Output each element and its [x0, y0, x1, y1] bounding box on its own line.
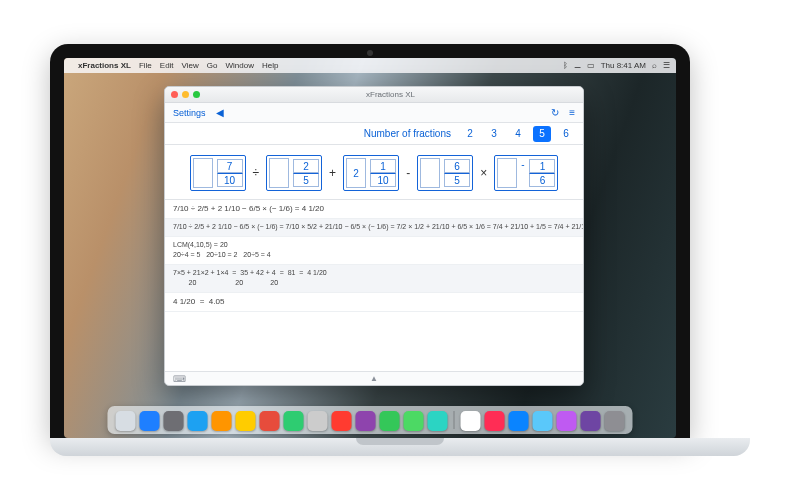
count-option-3[interactable]: 3 [485, 126, 503, 142]
negative-sign-5: - [521, 159, 524, 170]
operator-3[interactable]: - [403, 166, 413, 180]
menu-window[interactable]: Window [225, 61, 253, 70]
status-time: Thu 8:41 AM [601, 61, 646, 70]
numerator-3-input[interactable]: 1 [370, 159, 396, 173]
count-option-4[interactable]: 4 [509, 126, 527, 142]
denominator-3-input[interactable]: 10 [370, 173, 396, 187]
window-footer: ⌨ ▲ [165, 371, 583, 385]
result-line-1: 7/10 ÷ 2/5 + 2 1/10 − 6/5 × (− 1/6) = 7/… [165, 219, 583, 237]
status-search-icon[interactable]: ⌕ [652, 61, 657, 70]
count-option-2[interactable]: 2 [461, 126, 479, 142]
count-option-6[interactable]: 6 [557, 126, 575, 142]
fraction-count-bar: Number of fractions 2 3 4 5 6 [165, 123, 583, 145]
app-toolbar: Settings ◀ ↻ ≡ [165, 103, 583, 123]
fraction-count-label: Number of fractions [364, 128, 451, 139]
term-3[interactable]: 2 1 10 [343, 155, 399, 191]
numerator-4-input[interactable]: 6 [444, 159, 470, 173]
menu-go[interactable]: Go [207, 61, 218, 70]
result-line-4: 4 1/20 = 4.05 [165, 293, 583, 312]
dock-app-13[interactable] [428, 411, 448, 431]
desktop-screen: xFractions XL File Edit View Go Window H… [64, 58, 676, 438]
dock-app-5[interactable] [236, 411, 256, 431]
dock-app-3[interactable] [188, 411, 208, 431]
whole-1-input[interactable]: · [193, 158, 213, 188]
numerator-2-input[interactable]: 2 [293, 159, 319, 173]
minimize-icon[interactable] [182, 91, 189, 98]
dock-app-4[interactable] [212, 411, 232, 431]
status-bluetooth-icon: ᛒ [563, 61, 568, 70]
menu-view[interactable]: View [182, 61, 199, 70]
result-line-3: 7×5 + 21×2 + 1×4 = 35 + 42 + 4 = 81 = 4 … [165, 265, 583, 293]
expand-icon[interactable]: ▲ [370, 374, 378, 383]
whole-3-input[interactable]: 2 [346, 158, 366, 188]
status-battery-icon: ▭ [587, 61, 595, 70]
dock-app-1[interactable] [140, 411, 160, 431]
dock-app-6[interactable] [260, 411, 280, 431]
term-1[interactable]: · 7 10 [190, 155, 246, 191]
denominator-4-input[interactable]: 5 [444, 173, 470, 187]
dock-app-20[interactable] [605, 411, 625, 431]
close-icon[interactable] [171, 91, 178, 98]
loop-icon[interactable]: ↻ [551, 107, 559, 118]
menu-edit[interactable]: Edit [160, 61, 174, 70]
dock-app-11[interactable] [380, 411, 400, 431]
dock-app-14[interactable] [461, 411, 481, 431]
operator-2[interactable]: + [326, 166, 339, 180]
term-5[interactable]: · - 1 6 [494, 155, 558, 191]
term-4[interactable]: · 6 5 [417, 155, 473, 191]
numerator-5-input[interactable]: 1 [529, 159, 555, 173]
operator-1[interactable]: ÷ [250, 166, 263, 180]
count-option-5[interactable]: 5 [533, 126, 551, 142]
status-wifi-icon: ⚊ [574, 61, 581, 70]
dock-app-15[interactable] [485, 411, 505, 431]
expression-row: · 7 10 ÷ · 2 5 [165, 145, 583, 200]
window-title: xFractions XL [204, 90, 577, 99]
dock-app-0[interactable] [116, 411, 136, 431]
macos-dock [108, 406, 633, 434]
macos-menubar: xFractions XL File Edit View Go Window H… [64, 58, 676, 73]
menu-help[interactable]: Help [262, 61, 278, 70]
whole-5-input[interactable]: · [497, 158, 517, 188]
term-2[interactable]: · 2 5 [266, 155, 322, 191]
status-notif-icon[interactable]: ☰ [663, 61, 670, 70]
dock-app-18[interactable] [557, 411, 577, 431]
menu-file[interactable]: File [139, 61, 152, 70]
result-line-0: 7/10 ÷ 2/5 + 2 1/10 − 6/5 × (− 1/6) = 4 … [165, 200, 583, 219]
result-line-2: LCM(4,10,5) = 20 20÷4 = 5 20÷10 = 2 20÷5… [165, 237, 583, 265]
dock-app-7[interactable] [284, 411, 304, 431]
dock-app-16[interactable] [509, 411, 529, 431]
denominator-5-input[interactable]: 6 [529, 173, 555, 187]
dock-app-2[interactable] [164, 411, 184, 431]
denominator-2-input[interactable]: 5 [293, 173, 319, 187]
numerator-1-input[interactable]: 7 [217, 159, 243, 173]
settings-button[interactable]: Settings [173, 108, 206, 118]
window-titlebar: xFractions XL [165, 87, 583, 103]
app-window: xFractions XL Settings ◀ ↻ ≡ Numbe [164, 86, 584, 386]
dock-app-17[interactable] [533, 411, 553, 431]
whole-4-input[interactable]: · [420, 158, 440, 188]
zoom-icon[interactable] [193, 91, 200, 98]
dock-app-8[interactable] [308, 411, 328, 431]
whole-2-input[interactable]: · [269, 158, 289, 188]
list-icon[interactable]: ≡ [569, 107, 575, 118]
dock-app-10[interactable] [356, 411, 376, 431]
keyboard-icon[interactable]: ⌨ [173, 374, 186, 384]
back-icon[interactable]: ◀ [216, 107, 224, 118]
denominator-1-input[interactable]: 10 [217, 173, 243, 187]
app-name-menu[interactable]: xFractions XL [78, 61, 131, 70]
dock-app-19[interactable] [581, 411, 601, 431]
operator-4[interactable]: × [477, 166, 490, 180]
dock-app-9[interactable] [332, 411, 352, 431]
results-pane: 7/10 ÷ 2/5 + 2 1/10 − 6/5 × (− 1/6) = 4 … [165, 200, 583, 371]
dock-app-12[interactable] [404, 411, 424, 431]
